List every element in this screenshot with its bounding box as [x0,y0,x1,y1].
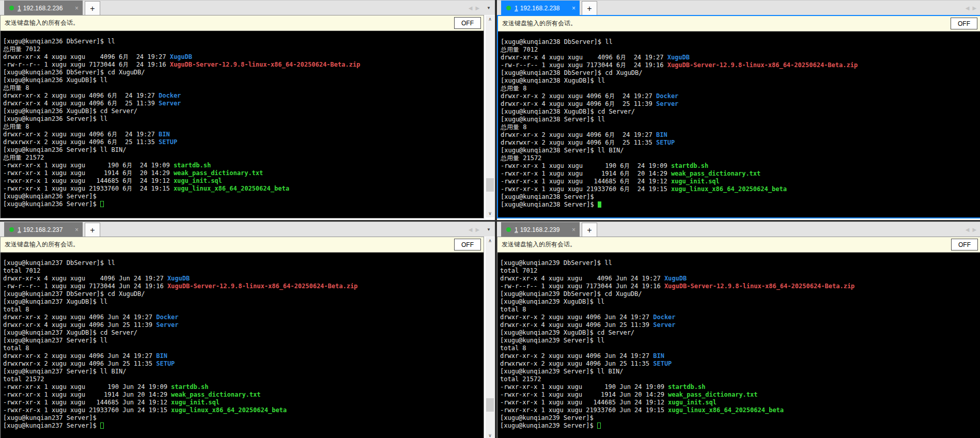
terminal-line: [xugu@kunqian236 XuguDB]$ cd Server/ [3,107,484,115]
scroll-up-icon[interactable]: ∧ [486,237,494,245]
terminal-line: 总用量 21572 [3,154,484,162]
nav-forward-icon[interactable]: ▶ [972,227,976,232]
tab-bar: 1 192.168.2.238 × + ◀ ▶ ▼ [497,0,980,15]
terminal-line: total 7012 [500,267,980,275]
tab-list-dropdown-icon[interactable]: ▼ [487,227,491,232]
new-tab-button[interactable]: + [582,1,597,15]
terminal-output[interactable]: [xugu@kunqian239 DbServer]$ lltotal 7012… [497,253,980,438]
nav-forward-icon[interactable]: ▶ [972,5,976,11]
terminal-scrollbar[interactable]: ∧ ∨ [486,15,494,217]
terminal-line: drwxr-xr-x 2 xugu xugu 4096 Jun 24 19:27… [3,314,484,321]
terminal-line: [xugu@kunqian239 DbServer]$ ll [500,259,980,267]
session-tab-title: 192.168.2.237 [23,226,63,233]
nav-back-icon[interactable]: ◀ [469,227,473,232]
pane-content: 发送键盘输入的所有会话。 OFF [xugu@kunqian239 DbServ… [497,237,980,438]
terminal-line: [xugu@kunqian239 Server]$ ll BIN/ [500,368,980,376]
session-tab[interactable]: 1 192.168.2.236 × [4,1,83,15]
terminal-line: -rw-r--r-- 1 xugu xugu 7173044 6月 24 19:… [501,61,980,69]
scrollbar-thumb[interactable] [486,398,494,412]
scroll-down-icon[interactable]: ∨ [486,210,494,217]
terminal-line: [xugu@kunqian239 Server]$ ll [500,337,980,345]
close-icon[interactable]: × [75,5,79,12]
terminal-pane: 1 192.168.2.236 × + ◀ ▶ ▼ 发送键盘输入的所有会话。 O… [0,0,495,220]
terminal-line: -rw-r--r-- 1 xugu xugu 7173044 Jun 24 19… [500,283,980,290]
nav-back-icon[interactable]: ◀ [966,227,970,232]
scroll-up-icon[interactable]: ∧ [486,15,494,23]
terminal-pane: 1 192.168.2.237 × + ◀ ▶ ▼ 发送键盘输入的所有会话。 O… [0,222,495,438]
close-icon[interactable]: × [572,5,575,12]
terminal-line: [xugu@kunqian236 Server]$ ll [3,115,484,123]
terminal-line: -rwxr-xr-x 1 xugu xugu 144685 Jun 24 19:… [500,399,980,406]
terminal-line: [xugu@kunqian239 Server]$ [500,414,980,422]
broadcast-label: 发送键盘输入的所有会话。 [502,19,577,28]
nav-forward-icon[interactable]: ▶ [475,227,479,232]
terminal-line: -rwxr-xr-x 1 xugu xugu 1914 6月 20 14:29 … [501,170,980,178]
session-tab[interactable]: 1 192.168.2.239 × [501,222,580,237]
terminal-line: -rwxr-xr-x 1 xugu xugu 190 Jun 24 19:09 … [500,383,980,391]
close-icon[interactable]: × [572,226,575,233]
tab-bar: 1 192.168.2.237 × + ◀ ▶ ▼ [0,222,495,237]
terminal-line: [xugu@kunqian237 Server]$ [3,422,484,430]
scrollbar-thumb[interactable] [486,178,494,192]
terminal-line: [xugu@kunqian237 XuguDB]$ cd Server/ [3,329,484,337]
terminal-line: [xugu@kunqian236 Server]$ ll BIN/ [3,146,484,154]
terminal-line: 总用量 7012 [501,46,980,54]
scroll-down-icon[interactable]: ∨ [486,432,494,438]
close-icon[interactable]: × [75,226,79,233]
terminal-line: total 8 [3,306,484,314]
terminal-line: total 21572 [3,376,484,383]
tab-nav-controls: ◀ ▶ ▼ [469,1,491,15]
terminal-line: [xugu@kunqian237 XuguDB]$ ll [3,298,484,306]
terminal-line: drwxrwxr-x 2 xugu xugu 4096 6月 25 11:35 … [501,139,980,147]
terminal-line: drwxrwxr-x 2 xugu xugu 4096 Jun 25 11:35… [500,360,980,368]
session-tab[interactable]: 1 192.168.2.238 × [501,1,580,15]
terminal-pane: 1 192.168.2.239 × + ◀ ▶ ▼ 发送键盘输入的所有会话。 O… [497,222,980,438]
nav-forward-icon[interactable]: ▶ [475,5,479,11]
terminal-line: [xugu@kunqian238 XuguDB]$ ll [501,77,980,85]
broadcast-toggle-button[interactable]: OFF [454,239,481,251]
terminal-line: total 8 [3,345,484,352]
broadcast-bar: 发送键盘输入的所有会话。 OFF [498,16,980,32]
new-tab-button[interactable]: + [85,1,100,15]
broadcast-toggle-button[interactable]: OFF [951,18,977,29]
terminal-output[interactable]: [xugu@kunqian236 DbServer]$ ll总用量 7012dr… [1,31,484,218]
nav-back-icon[interactable]: ◀ [966,5,970,11]
terminal-line: [xugu@kunqian239 XuguDB]$ ll [500,298,980,306]
terminal-line: drwxr-xr-x 2 xugu xugu 4096 6月 24 19:27 … [3,131,484,138]
tab-bar: 1 192.168.2.239 × + ◀ ▶ ▼ [497,222,980,237]
session-tab-title: 192.168.2.238 [520,5,560,12]
terminal-line: [xugu@kunqian239 Server]$ [500,422,980,430]
terminal-line: [xugu@kunqian238 Server]$ ll BIN/ [501,147,980,154]
broadcast-bar: 发送键盘输入的所有会话。 OFF [1,15,484,31]
broadcast-toggle-button[interactable]: OFF [951,239,978,251]
terminal-line: drwxrwxr-x 2 xugu xugu 4096 6月 25 11:35 … [3,138,484,146]
terminal-output[interactable]: [xugu@kunqian237 DbServer]$ lltotal 7012… [1,253,484,438]
broadcast-label: 发送键盘输入的所有会话。 [502,240,576,249]
terminal-line: drwxrwxr-x 2 xugu xugu 4096 Jun 25 11:35… [3,360,484,368]
terminal-line: drwxr-xr-x 4 xugu xugu 4096 Jun 24 19:27… [3,275,484,283]
terminal-line: drwxr-xr-x 4 xugu xugu 4096 6月 25 11:39 … [501,100,980,108]
new-tab-button[interactable]: + [582,223,597,237]
terminal-line: 总用量 8 [501,123,980,131]
terminal-line: [xugu@kunqian236 DbServer]$ cd XuguDB/ [3,69,484,76]
terminal-line: -rwxr-xr-x 1 xugu xugu 1914 Jun 20 14:29… [3,391,484,399]
terminal-line: [xugu@kunqian237 Server]$ ll BIN/ [3,368,484,376]
nav-back-icon[interactable]: ◀ [469,5,473,11]
terminal-output[interactable]: [xugu@kunqian238 DbServer]$ ll总用量 7012dr… [498,32,980,217]
tab-list-dropdown-icon[interactable]: ▼ [487,6,491,10]
session-status-icon [506,227,511,232]
session-frame: 发送键盘输入的所有会话。 OFF [xugu@kunqian239 DbServ… [497,237,980,438]
terminal-scrollbar[interactable]: ∧ ∨ [486,237,494,438]
broadcast-bar: 发送键盘输入的所有会话。 OFF [497,237,980,253]
new-tab-button[interactable]: + [85,223,100,237]
terminal-line: -rwxr-xr-x 1 xugu xugu 190 6月 24 19:09 s… [3,162,484,169]
broadcast-toggle-button[interactable]: OFF [454,17,481,29]
terminal-line: -rwxr-xr-x 1 xugu xugu 190 Jun 24 19:09 … [3,383,484,391]
terminal-line: [xugu@kunqian239 DbServer]$ cd XuguDB/ [500,290,980,298]
terminal-line: [xugu@kunqian238 Server]$ [501,193,980,201]
terminal-line: [xugu@kunqian236 Server]$ [3,200,484,208]
session-tab[interactable]: 1 192.168.2.237 × [4,222,83,237]
terminal-line: total 8 [500,345,980,352]
pane-content: 发送键盘输入的所有会话。 OFF [xugu@kunqian238 DbServ… [497,15,980,220]
terminal-line: total 21572 [500,376,980,383]
